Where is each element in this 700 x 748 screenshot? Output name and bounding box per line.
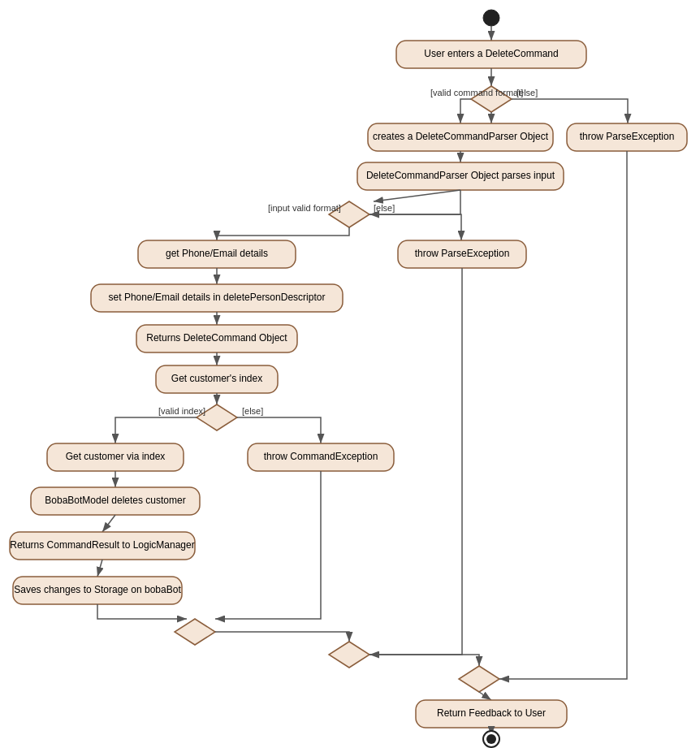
activity-diagram: User enters a DeleteCommand [valid comma… xyxy=(0,0,700,748)
svg-line-11 xyxy=(102,515,115,532)
label-else-3: [else] xyxy=(242,406,263,416)
returns-commandresult-label: Returns CommandResult to LogicManager xyxy=(10,539,194,551)
throw-parseexception-1-label: throw ParseException xyxy=(580,131,675,142)
user-enters-label: User enters a DeleteCommand xyxy=(424,48,558,59)
get-customer-via-index-label: Get customer via index xyxy=(66,451,166,462)
end-inner xyxy=(486,734,496,744)
label-else-1: [else] xyxy=(516,88,538,97)
svg-line-13 xyxy=(479,692,491,700)
svg-line-5 xyxy=(374,190,460,201)
get-customers-index-label: Get customer's index xyxy=(171,373,262,384)
svg-line-12 xyxy=(97,560,102,577)
start-node xyxy=(483,10,499,26)
label-valid-index: [valid index] xyxy=(158,406,205,416)
return-feedback-label: Return Feedback to User xyxy=(437,707,546,719)
label-valid-command: [valid command format] xyxy=(430,88,523,97)
throw-parseexception-2-label: throw ParseException xyxy=(415,248,510,259)
returns-deletecommand-label: Returns DeleteCommand Object xyxy=(146,332,287,344)
boba-deletes-label: BobaBotModel deletes customer xyxy=(45,495,185,506)
diamond-merge-3 xyxy=(459,666,499,692)
parses-input-label: DeleteCommandParser Object parses input xyxy=(366,170,555,181)
throw-commandexception-label: throw CommandException xyxy=(264,451,378,462)
creates-deletecommandparser-label: creates a DeleteCommandParser Object xyxy=(373,131,549,142)
get-phone-email-label: get Phone/Email details xyxy=(166,248,268,259)
label-else-2: [else] xyxy=(374,203,395,213)
diamond-merge-1 xyxy=(175,619,215,645)
set-phone-email-label: set Phone/Email details in deletePersonD… xyxy=(109,292,326,303)
saves-changes-label: Saves changes to Storage on bobaBot xyxy=(14,584,181,595)
label-input-valid: [input valid format] xyxy=(268,203,341,213)
diamond-merge-2 xyxy=(329,642,369,668)
